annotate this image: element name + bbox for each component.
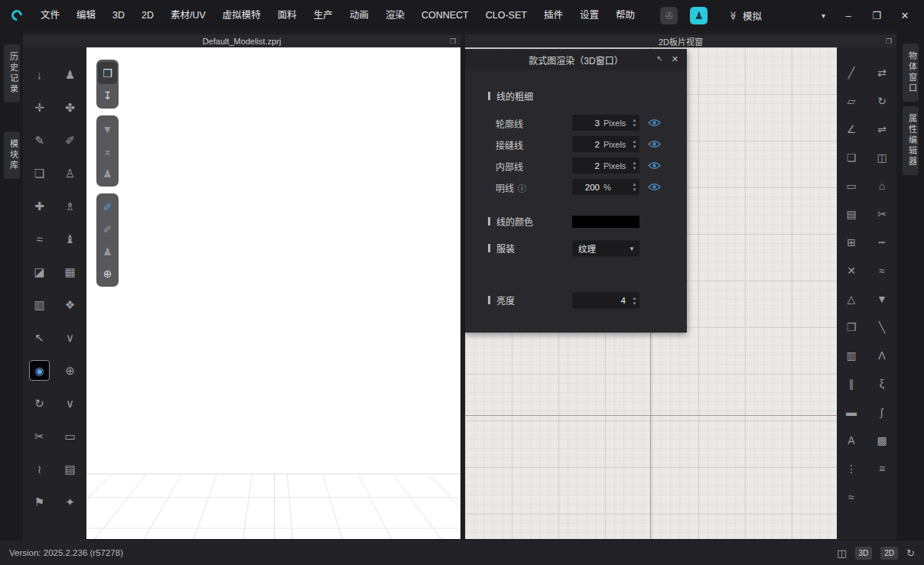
- garment-style-dropdown[interactable]: 纹理 ▼: [572, 240, 639, 256]
- grade-tool-icon[interactable]: ▥: [28, 288, 51, 321]
- maximize-button[interactable]: ❐: [871, 10, 882, 21]
- viewport-3d[interactable]: ❒ ↧ ▼ ⌅ ♟ ✐ ✐ ♟ ⊕: [86, 47, 460, 539]
- menu-settings[interactable]: 设置: [571, 0, 607, 31]
- avatar-transform-tool-icon[interactable]: ✤: [59, 91, 82, 124]
- info-icon[interactable]: ⓘ: [518, 182, 526, 194]
- delete-tool-icon[interactable]: ✕: [840, 256, 863, 284]
- sidebar-tab-history[interactable]: 历史记录: [4, 44, 20, 102]
- stitch-wave-tool-icon[interactable]: ≈: [870, 256, 893, 284]
- menu-2d[interactable]: 2D: [133, 0, 162, 31]
- fabric-tool-icon[interactable]: ▦: [59, 255, 82, 288]
- fold-tool-icon[interactable]: ◪: [28, 255, 51, 288]
- menu-render[interactable]: 渲染: [377, 0, 413, 31]
- diagonal-tool-icon[interactable]: ╲: [870, 313, 893, 341]
- mirror-tool-icon[interactable]: ◫: [870, 143, 893, 171]
- view-2d-button[interactable]: 2D: [880, 547, 898, 560]
- zigzag-pen-tool-icon[interactable]: ≈: [840, 482, 863, 511]
- simulate-dropdown[interactable]: ≫ 模拟: [729, 8, 762, 23]
- plate-tool-icon[interactable]: ▭: [59, 420, 82, 453]
- pen-tool-icon[interactable]: ✎: [28, 124, 51, 157]
- chevron-more-icon[interactable]: ∨: [59, 387, 82, 420]
- avatar-show-icon[interactable]: ♟: [98, 162, 117, 184]
- topstitch-scale-input[interactable]: 200 % ▲▼: [572, 179, 639, 195]
- avatar-walk-tool-icon[interactable]: ♟: [59, 58, 82, 91]
- brush-icon[interactable]: ✐: [98, 218, 117, 240]
- vertical-ruler-tool-icon[interactable]: ∥: [840, 369, 863, 398]
- sidebar-tab-property-editor[interactable]: 属性编辑器: [903, 106, 919, 175]
- sidebar-tab-module-library[interactable]: 模块库: [4, 132, 20, 179]
- collapse-arrow-icon[interactable]: ↖: [657, 54, 663, 63]
- sewing-tool-icon[interactable]: ≈: [28, 222, 51, 255]
- gizmo-tool-icon[interactable]: ✛: [28, 91, 51, 124]
- layout-switch-icon[interactable]: ◫: [837, 547, 846, 559]
- angle-tool-icon[interactable]: ∠: [840, 115, 863, 143]
- menu-clo-set[interactable]: CLO-SET: [477, 0, 535, 31]
- seam-width-input[interactable]: 2 Pixels ▲▼: [572, 136, 639, 152]
- tshirt-icon[interactable]: ▼: [98, 118, 117, 140]
- column-tool-icon[interactable]: ▥: [840, 341, 863, 369]
- book-tool-icon[interactable]: ▤: [840, 200, 863, 228]
- chevron-down-icon[interactable]: ▾: [822, 11, 825, 20]
- rotate-view-tool-icon[interactable]: ↻: [28, 387, 51, 420]
- menu-animation[interactable]: 动画: [341, 0, 377, 31]
- transform-tool-icon[interactable]: ⇄: [870, 58, 893, 86]
- dots-tool-icon[interactable]: ⋮: [840, 454, 863, 482]
- float-window-icon[interactable]: ❐: [450, 37, 456, 45]
- brightness-input[interactable]: 4 ▲▼: [572, 292, 639, 308]
- clo-logo[interactable]: [8, 6, 26, 24]
- float-window-icon[interactable]: ❐: [886, 37, 892, 45]
- pin-tool-icon[interactable]: ✚: [28, 190, 51, 222]
- topstitch-visibility-eye-icon[interactable]: [648, 183, 661, 191]
- avatar-icon[interactable]: ♟: [98, 240, 117, 262]
- box-tool-icon[interactable]: ▤: [59, 453, 82, 485]
- menu-file[interactable]: 文件: [32, 0, 68, 31]
- menu-plugin[interactable]: 插件: [535, 0, 571, 31]
- ruler-tool-icon[interactable]: ▬: [840, 398, 863, 426]
- layer-tool-icon[interactable]: ❏: [840, 143, 863, 171]
- seam-width-stepper[interactable]: ▲▼: [630, 136, 639, 152]
- internal-width-input[interactable]: 2 Pixels ▲▼: [572, 157, 639, 174]
- menu-help[interactable]: 帮助: [607, 0, 643, 31]
- close-button[interactable]: ✕: [900, 10, 910, 21]
- view-3d-button[interactable]: 3D: [855, 547, 873, 560]
- sphere-tool-icon[interactable]: ⊕: [59, 354, 82, 387]
- menu-edit[interactable]: 编辑: [68, 0, 104, 31]
- text-tool-icon[interactable]: A: [840, 426, 863, 454]
- select-tool-icon[interactable]: ↖: [28, 321, 51, 354]
- dart-tool-icon[interactable]: ▼: [870, 284, 893, 313]
- misc-tool-icon[interactable]: ✦: [59, 485, 82, 518]
- pose-edit-tool-icon[interactable]: ♝: [59, 222, 82, 255]
- cube-tool-icon[interactable]: ❒: [840, 313, 863, 341]
- mannequin-tool-icon[interactable]: ♙: [59, 157, 82, 190]
- curve-tool-icon[interactable]: ≀: [28, 453, 51, 485]
- outline-width-input[interactable]: 3 Pixels ▲▼: [572, 115, 639, 131]
- menu-fabric[interactable]: 面料: [269, 0, 305, 31]
- notch-tool-icon[interactable]: △: [840, 284, 863, 313]
- line-tool-icon[interactable]: ╱: [840, 58, 863, 86]
- brush-active-icon[interactable]: ✐: [98, 196, 117, 218]
- grid-measure-tool-icon[interactable]: ⊞: [840, 228, 863, 256]
- flag-tool-icon[interactable]: ⚑: [28, 485, 51, 518]
- zigzag-tool-icon[interactable]: Λ: [870, 341, 893, 369]
- outline-visibility-eye-icon[interactable]: [648, 119, 661, 127]
- minimize-button[interactable]: –: [843, 10, 854, 21]
- seam-visibility-eye-icon[interactable]: [648, 140, 661, 148]
- pattern-tool-icon[interactable]: ❏: [28, 157, 51, 190]
- menu-production[interactable]: 生产: [305, 0, 341, 31]
- dialog-titlebar[interactable]: 款式图渲染（3D窗口） ↖ ✕: [465, 49, 687, 70]
- texture-tool-icon[interactable]: ▩: [870, 426, 893, 454]
- curve-2d-tool-icon[interactable]: ∫: [870, 398, 893, 426]
- chevron-more-icon[interactable]: ∨: [59, 321, 82, 354]
- internal-width-stepper[interactable]: ▲▼: [630, 157, 639, 174]
- line-color-swatch[interactable]: [572, 216, 639, 228]
- outline-width-stepper[interactable]: ▲▼: [630, 115, 639, 131]
- simulation-active-button[interactable]: ♟: [690, 7, 708, 24]
- hanger-icon[interactable]: ⌅: [98, 140, 117, 162]
- avatar-edit-tool-icon[interactable]: ✐: [59, 124, 82, 157]
- spring-tool-icon[interactable]: ξ: [870, 369, 893, 398]
- render-mode-button[interactable]: ✇: [660, 7, 678, 24]
- cut-sew-tool-icon[interactable]: ✂: [870, 200, 893, 228]
- globe-icon[interactable]: ⊕: [98, 262, 117, 284]
- menu-material-uv[interactable]: 素材/UV: [162, 0, 214, 31]
- topstitch-scale-stepper[interactable]: ▲▼: [630, 179, 639, 195]
